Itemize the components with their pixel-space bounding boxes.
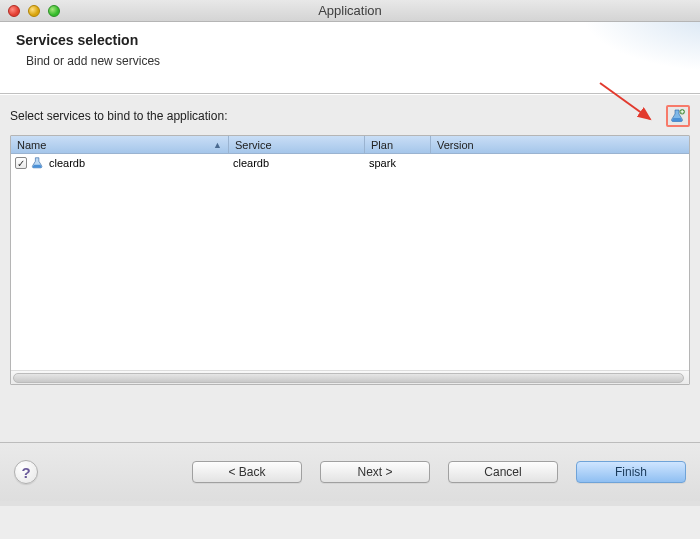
help-icon: ? bbox=[21, 464, 30, 481]
wizard-header: Services selection Bind or add new servi… bbox=[0, 22, 700, 94]
scrollbar-thumb[interactable] bbox=[13, 373, 684, 383]
column-label: Name bbox=[17, 139, 46, 151]
finish-button[interactable]: Finish bbox=[576, 461, 686, 483]
column-label: Version bbox=[437, 139, 474, 151]
help-button[interactable]: ? bbox=[14, 460, 38, 484]
select-services-label: Select services to bind to the applicati… bbox=[10, 109, 227, 123]
column-header-service[interactable]: Service bbox=[229, 136, 365, 153]
column-header-version[interactable]: Version bbox=[431, 136, 689, 153]
add-service-flask-icon bbox=[670, 108, 686, 124]
row-plan: spark bbox=[369, 157, 396, 169]
row-checkbox[interactable]: ✓ bbox=[15, 157, 27, 169]
table-body: ✓ cleardb cleardb spark bbox=[11, 154, 689, 370]
column-header-name[interactable]: Name ▲ bbox=[11, 136, 229, 153]
services-table: Name ▲ Service Plan Version ✓ bbox=[10, 135, 690, 385]
titlebar: Application bbox=[0, 0, 700, 22]
sort-indicator-icon: ▲ bbox=[213, 140, 222, 150]
check-icon: ✓ bbox=[17, 158, 25, 169]
horizontal-scrollbar[interactable] bbox=[11, 370, 689, 384]
column-label: Service bbox=[235, 139, 272, 151]
back-button[interactable]: < Back bbox=[192, 461, 302, 483]
wizard-button-bar: ? < Back Next > Cancel Finish bbox=[0, 443, 700, 501]
banner-decoration bbox=[580, 22, 700, 72]
column-header-plan[interactable]: Plan bbox=[365, 136, 431, 153]
table-row[interactable]: ✓ cleardb cleardb spark bbox=[11, 154, 689, 172]
row-name: cleardb bbox=[49, 157, 85, 169]
service-flask-icon bbox=[31, 156, 45, 170]
content-spacer bbox=[0, 385, 700, 443]
cancel-button[interactable]: Cancel bbox=[448, 461, 558, 483]
content-area: Select services to bind to the applicati… bbox=[0, 94, 700, 443]
table-header: Name ▲ Service Plan Version bbox=[11, 136, 689, 154]
column-label: Plan bbox=[371, 139, 393, 151]
row-service: cleardb bbox=[233, 157, 269, 169]
footer-strip bbox=[0, 501, 700, 506]
window-title: Application bbox=[0, 3, 700, 18]
next-button[interactable]: Next > bbox=[320, 461, 430, 483]
add-service-button[interactable] bbox=[666, 105, 690, 127]
